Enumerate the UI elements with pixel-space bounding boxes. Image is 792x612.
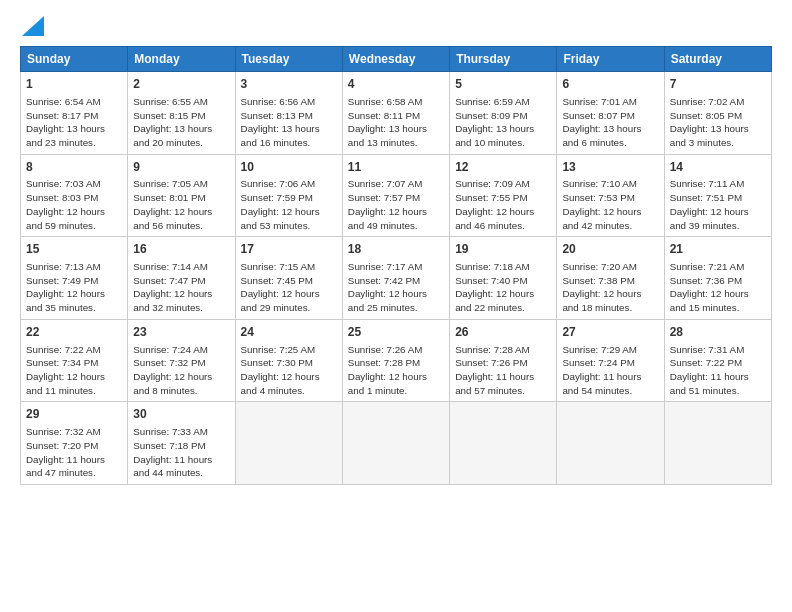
calendar-day-cell: 12Sunrise: 7:09 AM Sunset: 7:55 PM Dayli… (450, 154, 557, 237)
day-info: Sunrise: 7:05 AM Sunset: 8:01 PM Dayligh… (133, 177, 229, 232)
day-info: Sunrise: 7:26 AM Sunset: 7:28 PM Dayligh… (348, 343, 444, 398)
day-number: 17 (241, 241, 337, 258)
calendar-week-row: 15Sunrise: 7:13 AM Sunset: 7:49 PM Dayli… (21, 237, 772, 320)
logo (20, 18, 44, 36)
calendar-week-row: 22Sunrise: 7:22 AM Sunset: 7:34 PM Dayli… (21, 319, 772, 402)
page: SundayMondayTuesdayWednesdayThursdayFrid… (0, 0, 792, 495)
calendar-day-cell: 26Sunrise: 7:28 AM Sunset: 7:26 PM Dayli… (450, 319, 557, 402)
calendar-day-cell: 2Sunrise: 6:55 AM Sunset: 8:15 PM Daylig… (128, 72, 235, 155)
calendar-day-cell (342, 402, 449, 485)
day-info: Sunrise: 6:59 AM Sunset: 8:09 PM Dayligh… (455, 95, 551, 150)
calendar-table: SundayMondayTuesdayWednesdayThursdayFrid… (20, 46, 772, 485)
day-number: 9 (133, 159, 229, 176)
day-info: Sunrise: 7:22 AM Sunset: 7:34 PM Dayligh… (26, 343, 122, 398)
day-info: Sunrise: 7:03 AM Sunset: 8:03 PM Dayligh… (26, 177, 122, 232)
day-number: 1 (26, 76, 122, 93)
day-info: Sunrise: 6:56 AM Sunset: 8:13 PM Dayligh… (241, 95, 337, 150)
weekday-header: Tuesday (235, 47, 342, 72)
day-info: Sunrise: 7:01 AM Sunset: 8:07 PM Dayligh… (562, 95, 658, 150)
day-number: 20 (562, 241, 658, 258)
calendar-day-cell: 8Sunrise: 7:03 AM Sunset: 8:03 PM Daylig… (21, 154, 128, 237)
day-info: Sunrise: 7:25 AM Sunset: 7:30 PM Dayligh… (241, 343, 337, 398)
day-number: 13 (562, 159, 658, 176)
calendar-day-cell: 23Sunrise: 7:24 AM Sunset: 7:32 PM Dayli… (128, 319, 235, 402)
calendar-day-cell: 24Sunrise: 7:25 AM Sunset: 7:30 PM Dayli… (235, 319, 342, 402)
day-number: 12 (455, 159, 551, 176)
calendar-day-cell: 27Sunrise: 7:29 AM Sunset: 7:24 PM Dayli… (557, 319, 664, 402)
day-number: 16 (133, 241, 229, 258)
day-number: 15 (26, 241, 122, 258)
day-info: Sunrise: 7:17 AM Sunset: 7:42 PM Dayligh… (348, 260, 444, 315)
day-number: 6 (562, 76, 658, 93)
calendar-week-row: 8Sunrise: 7:03 AM Sunset: 8:03 PM Daylig… (21, 154, 772, 237)
weekday-header: Sunday (21, 47, 128, 72)
day-number: 22 (26, 324, 122, 341)
calendar-day-cell: 5Sunrise: 6:59 AM Sunset: 8:09 PM Daylig… (450, 72, 557, 155)
svg-marker-0 (22, 16, 44, 36)
day-info: Sunrise: 7:21 AM Sunset: 7:36 PM Dayligh… (670, 260, 766, 315)
day-number: 28 (670, 324, 766, 341)
day-info: Sunrise: 7:20 AM Sunset: 7:38 PM Dayligh… (562, 260, 658, 315)
calendar-day-cell: 25Sunrise: 7:26 AM Sunset: 7:28 PM Dayli… (342, 319, 449, 402)
logo-arrow-icon (22, 16, 44, 36)
day-info: Sunrise: 7:32 AM Sunset: 7:20 PM Dayligh… (26, 425, 122, 480)
calendar-day-cell (557, 402, 664, 485)
weekday-header: Friday (557, 47, 664, 72)
calendar-day-cell: 9Sunrise: 7:05 AM Sunset: 8:01 PM Daylig… (128, 154, 235, 237)
day-info: Sunrise: 6:54 AM Sunset: 8:17 PM Dayligh… (26, 95, 122, 150)
day-number: 4 (348, 76, 444, 93)
calendar-day-cell (664, 402, 771, 485)
day-info: Sunrise: 7:28 AM Sunset: 7:26 PM Dayligh… (455, 343, 551, 398)
calendar-day-cell: 14Sunrise: 7:11 AM Sunset: 7:51 PM Dayli… (664, 154, 771, 237)
weekday-header: Thursday (450, 47, 557, 72)
day-number: 25 (348, 324, 444, 341)
calendar-day-cell: 20Sunrise: 7:20 AM Sunset: 7:38 PM Dayli… (557, 237, 664, 320)
day-info: Sunrise: 7:09 AM Sunset: 7:55 PM Dayligh… (455, 177, 551, 232)
day-number: 2 (133, 76, 229, 93)
calendar-day-cell: 11Sunrise: 7:07 AM Sunset: 7:57 PM Dayli… (342, 154, 449, 237)
day-info: Sunrise: 7:11 AM Sunset: 7:51 PM Dayligh… (670, 177, 766, 232)
calendar-day-cell: 17Sunrise: 7:15 AM Sunset: 7:45 PM Dayli… (235, 237, 342, 320)
calendar-week-row: 29Sunrise: 7:32 AM Sunset: 7:20 PM Dayli… (21, 402, 772, 485)
weekday-header: Wednesday (342, 47, 449, 72)
day-number: 10 (241, 159, 337, 176)
calendar-day-cell: 28Sunrise: 7:31 AM Sunset: 7:22 PM Dayli… (664, 319, 771, 402)
day-number: 3 (241, 76, 337, 93)
day-info: Sunrise: 6:55 AM Sunset: 8:15 PM Dayligh… (133, 95, 229, 150)
day-number: 14 (670, 159, 766, 176)
day-number: 8 (26, 159, 122, 176)
day-info: Sunrise: 6:58 AM Sunset: 8:11 PM Dayligh… (348, 95, 444, 150)
day-number: 18 (348, 241, 444, 258)
calendar-day-cell: 6Sunrise: 7:01 AM Sunset: 8:07 PM Daylig… (557, 72, 664, 155)
day-info: Sunrise: 7:02 AM Sunset: 8:05 PM Dayligh… (670, 95, 766, 150)
day-info: Sunrise: 7:31 AM Sunset: 7:22 PM Dayligh… (670, 343, 766, 398)
calendar-day-cell: 10Sunrise: 7:06 AM Sunset: 7:59 PM Dayli… (235, 154, 342, 237)
day-number: 26 (455, 324, 551, 341)
day-info: Sunrise: 7:10 AM Sunset: 7:53 PM Dayligh… (562, 177, 658, 232)
weekday-header: Monday (128, 47, 235, 72)
calendar-day-cell: 22Sunrise: 7:22 AM Sunset: 7:34 PM Dayli… (21, 319, 128, 402)
day-info: Sunrise: 7:07 AM Sunset: 7:57 PM Dayligh… (348, 177, 444, 232)
calendar-day-cell: 21Sunrise: 7:21 AM Sunset: 7:36 PM Dayli… (664, 237, 771, 320)
calendar-day-cell: 30Sunrise: 7:33 AM Sunset: 7:18 PM Dayli… (128, 402, 235, 485)
day-number: 19 (455, 241, 551, 258)
calendar-day-cell: 15Sunrise: 7:13 AM Sunset: 7:49 PM Dayli… (21, 237, 128, 320)
calendar-day-cell (235, 402, 342, 485)
weekday-header: Saturday (664, 47, 771, 72)
calendar-day-cell: 13Sunrise: 7:10 AM Sunset: 7:53 PM Dayli… (557, 154, 664, 237)
day-number: 30 (133, 406, 229, 423)
day-number: 27 (562, 324, 658, 341)
day-number: 7 (670, 76, 766, 93)
calendar-day-cell: 3Sunrise: 6:56 AM Sunset: 8:13 PM Daylig… (235, 72, 342, 155)
calendar-day-cell: 29Sunrise: 7:32 AM Sunset: 7:20 PM Dayli… (21, 402, 128, 485)
day-info: Sunrise: 7:29 AM Sunset: 7:24 PM Dayligh… (562, 343, 658, 398)
day-info: Sunrise: 7:18 AM Sunset: 7:40 PM Dayligh… (455, 260, 551, 315)
calendar-day-cell: 1Sunrise: 6:54 AM Sunset: 8:17 PM Daylig… (21, 72, 128, 155)
calendar-day-cell: 18Sunrise: 7:17 AM Sunset: 7:42 PM Dayli… (342, 237, 449, 320)
day-number: 5 (455, 76, 551, 93)
calendar-day-cell: 19Sunrise: 7:18 AM Sunset: 7:40 PM Dayli… (450, 237, 557, 320)
day-info: Sunrise: 7:13 AM Sunset: 7:49 PM Dayligh… (26, 260, 122, 315)
day-number: 11 (348, 159, 444, 176)
calendar-week-row: 1Sunrise: 6:54 AM Sunset: 8:17 PM Daylig… (21, 72, 772, 155)
calendar-header-row: SundayMondayTuesdayWednesdayThursdayFrid… (21, 47, 772, 72)
